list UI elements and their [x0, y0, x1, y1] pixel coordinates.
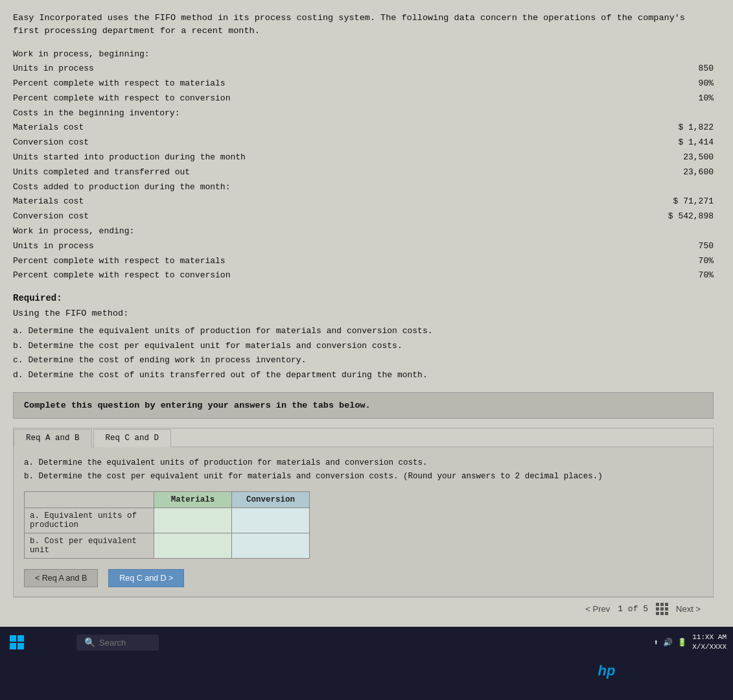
- units-ending-label: Units in process: [13, 239, 539, 254]
- page-info: 1 of 5: [618, 604, 648, 614]
- problem-data-section: Work in process, beginning: Units in pro…: [13, 47, 714, 284]
- pct-conversion-value: 10%: [539, 91, 714, 106]
- wip-ending-label: Work in process, ending:: [13, 224, 539, 239]
- units-in-process-value: 850: [539, 62, 714, 76]
- pct-conversion-label: Percent complete with respect to convers…: [13, 91, 539, 106]
- materials-cost2-value: $ 71,271: [539, 194, 714, 209]
- cost-per-unit-materials-input[interactable]: [154, 538, 231, 554]
- pct-end-materials-value: 70%: [539, 254, 714, 269]
- cost-per-unit-conversion-cell[interactable]: [232, 533, 310, 559]
- conversion-cost2-value: $ 542,898: [539, 209, 714, 224]
- windows-logo: [10, 635, 24, 649]
- required-section: Required: Using the FIFO method: a. Dete…: [13, 291, 714, 383]
- instruction-a: a. Determine the equivalent units of pro…: [24, 456, 703, 470]
- tab-req-c-d[interactable]: Req C and D: [93, 429, 172, 447]
- materials-header: Materials: [154, 492, 232, 508]
- conversion-cost-label: Conversion cost: [13, 135, 539, 150]
- pct-end-conversion-value: 70%: [539, 268, 714, 283]
- pct-end-materials-row: Percent complete with respect to materia…: [13, 254, 714, 269]
- answer-table-header-row: Materials Conversion: [25, 492, 310, 508]
- next-page-button[interactable]: Next >: [676, 604, 701, 614]
- cost-per-unit-materials-cell[interactable]: [154, 533, 232, 559]
- prev-req-button[interactable]: < Req A and B: [24, 569, 98, 587]
- costs-beg-inv-label: Costs in the beginning inventory:: [13, 106, 539, 121]
- equiv-units-conversion-cell[interactable]: [232, 508, 310, 533]
- units-completed-row: Units completed and transferred out 23,6…: [13, 165, 714, 180]
- complete-box: Complete this question by entering your …: [13, 392, 714, 419]
- intro-line2: first processing department for a recent…: [13, 26, 260, 36]
- system-tray: ⬆ 🔊 🔋 11:XX AMX/X/XXXX: [654, 633, 727, 653]
- units-ending-row: Units in process 750: [13, 239, 714, 254]
- intro-paragraph: Easy Incorporated uses the FIFO method i…: [13, 12, 714, 38]
- materials-cost-row: Materials cost $ 1,822: [13, 121, 714, 135]
- costs-beg-inv-row: Costs in the beginning inventory:: [13, 106, 714, 121]
- units-ending-value: 750: [539, 239, 714, 254]
- wip-beginning-value: [539, 47, 714, 62]
- main-content: Easy Incorporated uses the FIFO method i…: [0, 0, 733, 627]
- prev-page-button[interactable]: < Prev: [585, 604, 610, 614]
- wip-ending-row: Work in process, ending:: [13, 224, 714, 239]
- search-icon: 🔍: [84, 637, 95, 648]
- required-sublabel: Using the FIFO method:: [13, 307, 714, 321]
- complete-box-text: Complete this question by entering your …: [24, 401, 703, 410]
- pct-end-conversion-row: Percent complete with respect to convers…: [13, 268, 714, 283]
- wip-beginning-row: Work in process, beginning:: [13, 47, 714, 62]
- pct-end-conversion-label: Percent complete with respect to convers…: [13, 268, 539, 283]
- tray-icons: ⬆ 🔊 🔋: [654, 638, 688, 648]
- units-in-process-row: Units in process 850: [13, 62, 714, 76]
- tab1-content: a. Determine the equivalent units of pro…: [14, 447, 713, 597]
- costs-added-label: Costs added to production during the mon…: [13, 180, 539, 195]
- req-item-c: c. Determine the cost of ending work in …: [13, 353, 714, 368]
- system-time: 11:XX AMX/X/XXXX: [692, 633, 727, 653]
- equiv-units-materials-input[interactable]: [154, 513, 231, 528]
- equiv-units-conversion-input[interactable]: [232, 513, 309, 528]
- units-completed-value: 23,600: [539, 165, 714, 180]
- units-in-process-label: Units in process: [13, 62, 539, 76]
- taskbar-search-bar[interactable]: 🔍: [76, 635, 159, 651]
- grid-icon[interactable]: [656, 603, 668, 615]
- empty-header: [25, 492, 154, 508]
- materials-cost2-row: Materials cost $ 71,271: [13, 194, 714, 209]
- equiv-units-label: a. Equivalent units of production: [25, 508, 154, 533]
- tab1-instructions: a. Determine the equivalent units of pro…: [24, 456, 703, 484]
- pagination-row: < Prev 1 of 5 Next >: [13, 597, 714, 620]
- cost-per-unit-conversion-input[interactable]: [232, 538, 309, 554]
- conversion-cost2-label: Conversion cost: [13, 209, 539, 224]
- units-started-label: Units started into production during the…: [13, 150, 539, 165]
- req-item-b: b. Determine the cost per equivalent uni…: [13, 339, 714, 354]
- tab-req-a-b[interactable]: Req A and B: [14, 429, 92, 447]
- tab-nav-buttons: < Req A and B Req C and D >: [24, 569, 703, 587]
- pct-materials-row: Percent complete with respect to materia…: [13, 76, 714, 91]
- windows-logo-button[interactable]: [6, 629, 32, 655]
- costs-added-row: Costs added to production during the mon…: [13, 180, 714, 195]
- req-item-a: a. Determine the equivalent units of pro…: [13, 324, 714, 339]
- units-completed-label: Units completed and transferred out: [13, 165, 539, 180]
- units-started-row: Units started into production during the…: [13, 150, 714, 165]
- conversion-cost-row: Conversion cost $ 1,414: [13, 135, 714, 150]
- conversion-header: Conversion: [232, 492, 310, 508]
- materials-cost-label: Materials cost: [13, 121, 539, 135]
- cost-per-unit-row: b. Cost per equivalent unit: [25, 533, 310, 559]
- tabs-container: Req A and B Req C and D a. Determine the…: [13, 428, 714, 598]
- pct-conversion-row: Percent complete with respect to convers…: [13, 91, 714, 106]
- taskbar-search-input[interactable]: [99, 638, 151, 648]
- required-list: a. Determine the equivalent units of pro…: [13, 324, 714, 383]
- materials-cost2-label: Materials cost: [13, 194, 539, 209]
- units-started-value: 23,500: [539, 150, 714, 165]
- equiv-units-row: a. Equivalent units of production: [25, 508, 310, 533]
- equiv-units-materials-cell[interactable]: [154, 508, 232, 533]
- next-req-button[interactable]: Req C and D >: [108, 569, 184, 587]
- hp-logo: hp: [584, 648, 629, 694]
- pct-materials-label: Percent complete with respect to materia…: [13, 76, 539, 91]
- pct-end-materials-label: Percent complete with respect to materia…: [13, 254, 539, 269]
- cost-per-unit-label: b. Cost per equivalent unit: [25, 533, 154, 559]
- wip-beginning-label: Work in process, beginning:: [13, 47, 539, 62]
- req-item-d: d. Determine the cost of units transferr…: [13, 368, 714, 383]
- materials-cost-value: $ 1,822: [539, 121, 714, 135]
- pct-materials-value: 90%: [539, 76, 714, 91]
- answer-table: Materials Conversion a. Equivalent units…: [24, 491, 310, 559]
- taskbar: 🔍 hp ⬆ 🔊 🔋 11:XX AMX/X/XXXX: [0, 627, 733, 658]
- intro-line1: Easy Incorporated uses the FIFO method i…: [13, 13, 685, 23]
- conversion-cost-value: $ 1,414: [539, 135, 714, 150]
- instruction-b: b. Determine the cost per equivalent uni…: [24, 470, 703, 484]
